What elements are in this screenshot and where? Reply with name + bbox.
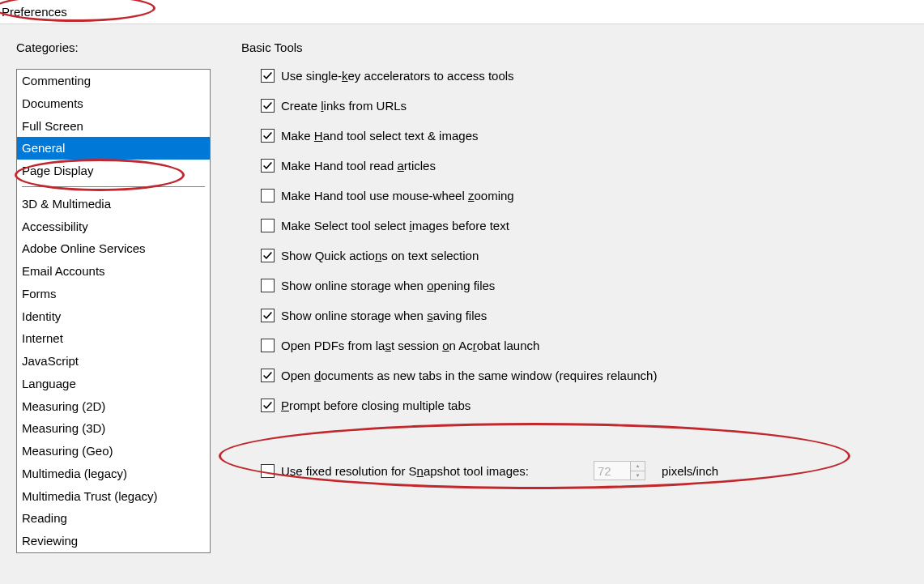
content-area: Categories: CommentingDocumentsFull Scre… [0, 24, 924, 584]
option-label: Open PDFs from last session on Acrobat l… [281, 339, 539, 352]
option-row: Make Hand tool select text & images [241, 129, 908, 143]
category-item[interactable]: Adobe Online Services [17, 237, 210, 260]
category-list[interactable]: CommentingDocumentsFull ScreenGeneralPag… [16, 69, 211, 553]
option-label: Open documents as new tabs in the same w… [281, 369, 657, 382]
category-item[interactable]: Identity [17, 305, 210, 328]
categories-label: Categories: [16, 40, 211, 54]
category-item[interactable]: Multimedia (legacy) [17, 463, 210, 485]
option-row: Open documents as new tabs in the same w… [241, 369, 908, 382]
option-checkbox[interactable] [261, 279, 275, 292]
spinner-up[interactable]: ▲ [631, 462, 645, 471]
option-label: Prompt before closing multiple tabs [281, 399, 471, 412]
spinner-down[interactable]: ▼ [631, 471, 645, 480]
option-row: Show online storage when opening files [241, 279, 908, 292]
category-item[interactable]: Reviewing [17, 530, 210, 552]
option-checkbox[interactable] [261, 99, 275, 113]
category-item[interactable]: 3D & Multimedia [17, 193, 210, 215]
category-item[interactable]: Multimedia Trust (legacy) [17, 485, 210, 508]
option-label: Show Quick actions on text selection [281, 249, 479, 262]
snapshot-row: Use fixed resolution for Snapshot tool i… [241, 461, 908, 480]
category-divider [17, 182, 210, 193]
option-label: Show online storage when opening files [281, 279, 495, 292]
category-item[interactable]: General [17, 137, 210, 160]
category-item[interactable]: Forms [17, 283, 210, 305]
snapshot-checkbox[interactable] [261, 464, 275, 478]
option-checkbox[interactable] [261, 249, 275, 262]
option-checkbox[interactable] [261, 69, 275, 83]
option-row: Show online storage when saving files [241, 309, 908, 322]
category-item[interactable]: Email Accounts [17, 260, 210, 283]
option-checkbox[interactable] [261, 189, 275, 202]
option-checkbox[interactable] [261, 159, 275, 173]
category-item[interactable]: Full Screen [17, 115, 210, 138]
option-row: Create links from URLs [241, 99, 908, 113]
option-label: Make Hand tool read articles [281, 159, 436, 173]
option-row: Use single-key accelerators to access to… [241, 69, 908, 83]
snapshot-resolution-input-wrap: ▲ ▼ [594, 461, 645, 480]
spinner: ▲ ▼ [630, 462, 645, 480]
category-item[interactable]: JavaScript [17, 350, 210, 373]
option-checkbox[interactable] [261, 129, 275, 143]
category-item[interactable]: Language [17, 373, 210, 395]
option-row: Prompt before closing multiple tabs [241, 399, 908, 412]
option-label: Make Select tool select images before te… [281, 219, 509, 232]
snapshot-resolution-input[interactable] [594, 462, 630, 480]
option-checkbox[interactable] [261, 309, 275, 322]
category-item[interactable]: Commenting [17, 70, 210, 92]
option-checkbox[interactable] [261, 369, 275, 382]
category-item[interactable]: Reading [17, 507, 210, 530]
option-checkbox[interactable] [261, 399, 275, 412]
option-label: Make Hand tool use mouse-wheel zooming [281, 189, 514, 202]
main-panel: Basic Tools Use single-key accelerators … [227, 24, 924, 584]
sidebar: Categories: CommentingDocumentsFull Scre… [0, 24, 227, 584]
option-label: Show online storage when saving files [281, 309, 487, 322]
option-label: Make Hand tool select text & images [281, 129, 478, 143]
option-label: Use single-key accelerators to access to… [281, 69, 514, 83]
section-title: Basic Tools [241, 40, 908, 54]
window-title: Preferences [0, 0, 924, 24]
snapshot-label: Use fixed resolution for Snapshot tool i… [281, 464, 529, 478]
option-row: Make Hand tool use mouse-wheel zooming [241, 189, 908, 202]
category-item[interactable]: Measuring (2D) [17, 395, 210, 418]
option-row: Make Select tool select images before te… [241, 219, 908, 232]
option-checkbox[interactable] [261, 339, 275, 352]
option-row: Make Hand tool read articles [241, 159, 908, 173]
option-row: Open PDFs from last session on Acrobat l… [241, 339, 908, 352]
option-row: Show Quick actions on text selection [241, 249, 908, 262]
snapshot-unit-label: pixels/inch [662, 464, 718, 478]
category-item[interactable]: Page Display [17, 160, 210, 182]
category-item[interactable]: Measuring (Geo) [17, 440, 210, 463]
option-label: Create links from URLs [281, 99, 407, 113]
option-checkbox[interactable] [261, 219, 275, 232]
category-item[interactable]: Accessibility [17, 215, 210, 238]
category-item[interactable]: Documents [17, 92, 210, 115]
category-item[interactable]: Measuring (3D) [17, 417, 210, 440]
category-item[interactable]: Internet [17, 327, 210, 350]
